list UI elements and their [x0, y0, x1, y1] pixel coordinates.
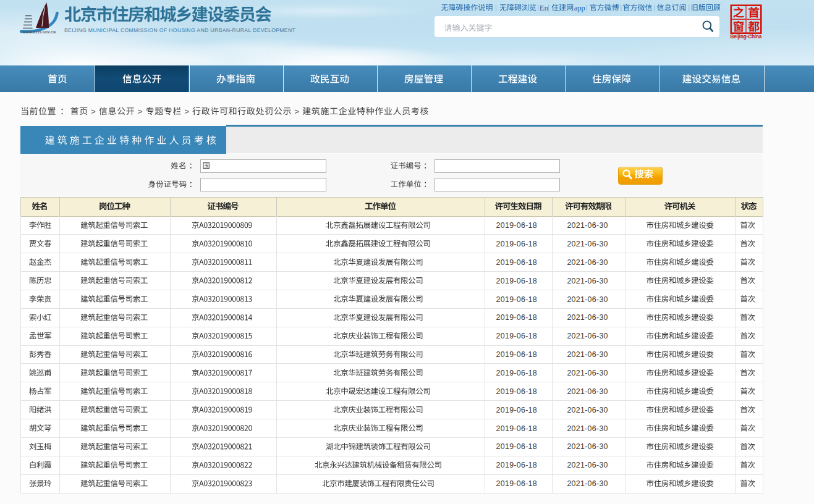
- svg-text:2021-06-30: 2021-06-30: [567, 240, 608, 248]
- svg-text:2019-06-18: 2019-06-18: [496, 369, 537, 377]
- svg-text:2021-06-30: 2021-06-30: [567, 369, 608, 377]
- svg-text:2021-06-30: 2021-06-30: [567, 461, 608, 469]
- svg-text:2021-06-30: 2021-06-30: [567, 313, 608, 322]
- svg-text:2019-06-18: 2019-06-18: [496, 479, 537, 488]
- svg-text:2021-06-30: 2021-06-30: [567, 295, 608, 304]
- svg-text:2021-06-30: 2021-06-30: [567, 406, 608, 414]
- svg-text:2019-06-18: 2019-06-18: [496, 277, 537, 285]
- svg-text:2019-06-18: 2019-06-18: [496, 332, 537, 340]
- svg-text:2021-06-30: 2021-06-30: [567, 332, 608, 340]
- svg-text:En: En: [540, 4, 549, 12]
- svg-text:2019-06-18: 2019-06-18: [496, 387, 537, 396]
- svg-text:Beijing-China: Beijing-China: [730, 34, 761, 40]
- svg-text:2019-06-18: 2019-06-18: [496, 240, 537, 248]
- svg-text:BEIJING MUNICIPAL COMMISSION O: BEIJING MUNICIPAL COMMISSION OF HOUSING …: [64, 27, 296, 33]
- svg-text:>: >: [91, 107, 95, 116]
- svg-text:2019-06-18: 2019-06-18: [496, 442, 537, 451]
- svg-text:2019-06-18: 2019-06-18: [496, 350, 537, 359]
- svg-text:2019-06-18: 2019-06-18: [496, 406, 537, 414]
- svg-text:2019-06-18: 2019-06-18: [496, 258, 537, 267]
- svg-text:>: >: [295, 107, 299, 116]
- svg-text:>: >: [184, 107, 189, 116]
- svg-text:2021-06-30: 2021-06-30: [567, 442, 608, 451]
- svg-text:2021-06-30: 2021-06-30: [567, 387, 608, 396]
- svg-text:2019-06-18: 2019-06-18: [496, 424, 537, 433]
- svg-text:2019-06-18: 2019-06-18: [496, 313, 537, 322]
- svg-text:2021-06-30: 2021-06-30: [567, 350, 608, 359]
- svg-text:2019-06-18: 2019-06-18: [496, 295, 537, 304]
- svg-text:2021-06-30: 2021-06-30: [567, 258, 608, 267]
- svg-text:>: >: [138, 107, 142, 116]
- svg-text:2019-06-18: 2019-06-18: [496, 461, 537, 469]
- svg-text:2021-06-30: 2021-06-30: [567, 277, 608, 285]
- svg-text:app: app: [574, 4, 585, 12]
- svg-text:2019-06-18: 2019-06-18: [496, 221, 537, 230]
- svg-text:2021-06-30: 2021-06-30: [567, 479, 608, 488]
- svg-text:2021-06-30: 2021-06-30: [567, 221, 608, 230]
- svg-text:2021-06-30: 2021-06-30: [567, 424, 608, 433]
- svg-text:WWW.BJJS.GOV.CN: WWW.BJJS.GOV.CN: [23, 30, 56, 34]
